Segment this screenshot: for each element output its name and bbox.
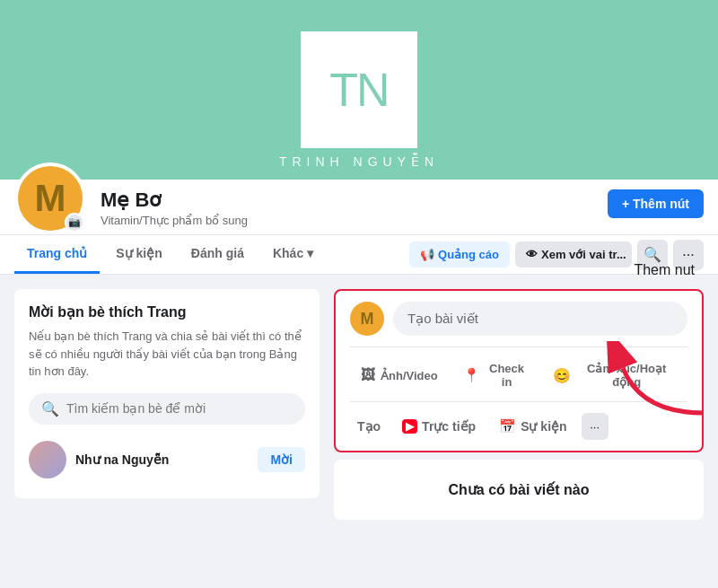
right-content: M Tạo bài viết 🖼 Ảnh/Video 📍 Check in bbox=[334, 289, 704, 520]
profile-section: M 📷 Mẹ Bơ Vitamin/Thực phẩm bổ sung + Th… bbox=[0, 180, 718, 235]
camera-icon[interactable]: 📷 bbox=[65, 213, 84, 233]
tao-button[interactable]: Tạo bbox=[350, 416, 388, 437]
emoji-icon: 😊 bbox=[553, 367, 571, 384]
location-icon: 📍 bbox=[463, 367, 480, 383]
cover-photo: TN TRINH NGUYỄN bbox=[0, 0, 718, 180]
profile-actions: + Thêm nút bbox=[608, 189, 704, 218]
su-kien-button[interactable]: 📅 Sự kiện bbox=[490, 413, 575, 440]
xemvai-button[interactable]: 👁 Xem với vai tr... bbox=[515, 241, 632, 268]
photo-icon: 🖼 bbox=[361, 367, 375, 383]
truc-tiep-button[interactable]: ▶ Trực tiếp bbox=[393, 414, 485, 439]
profile-name: Mẹ Bơ bbox=[101, 189, 608, 212]
tab-khac[interactable]: Khác ▾ bbox=[260, 235, 326, 274]
main-content: Mời bạn bè thích Trang Nếu bạn bè thích … bbox=[0, 275, 718, 544]
more-icon: ··· bbox=[682, 247, 694, 263]
search-friend-icon: 🔍 bbox=[41, 400, 59, 417]
tab-trang-chu[interactable]: Trang chủ bbox=[14, 235, 100, 274]
invite-card: Mời bạn bè thích Trang Nếu bạn bè thích … bbox=[14, 289, 320, 498]
calendar-icon: 📅 bbox=[499, 418, 516, 434]
small-avatar: M bbox=[350, 302, 384, 336]
no-posts-card: Chưa có bài viết nào bbox=[334, 460, 704, 520]
photo-video-button[interactable]: 🖼 Ảnh/Video bbox=[350, 362, 449, 389]
create-post-actions: 🖼 Ảnh/Video 📍 Check in 😊 Cảm xúc/Hoạt độ… bbox=[350, 347, 687, 394]
create-post-button[interactable]: Tạo bài viết bbox=[393, 302, 687, 336]
checkin-button[interactable]: 📍 Check in bbox=[452, 356, 539, 394]
nav-tabs: Trang chủ Sự kiện Đánh giá Khác ▾ 📢 Quản… bbox=[0, 235, 718, 275]
cover-logo-box: TN bbox=[301, 31, 417, 148]
search-friend-input[interactable] bbox=[66, 401, 293, 416]
invite-friend-button[interactable]: Mời bbox=[258, 447, 305, 472]
profile-avatar-wrapper: M 📷 bbox=[14, 162, 86, 234]
friend-suggestion: Như na Nguyễn Mời bbox=[29, 435, 305, 484]
create-post-row2: Tạo ▶ Trực tiếp 📅 Sự kiện ··· bbox=[350, 409, 687, 440]
eye-icon: 👁 bbox=[526, 248, 538, 261]
add-button[interactable]: + Thêm nút bbox=[608, 189, 704, 218]
cover-logo-letters: TN bbox=[329, 66, 388, 113]
create-post-card: M Tạo bài viết 🖼 Ảnh/Video 📍 Check in bbox=[334, 289, 704, 452]
no-posts-text: Chưa có bài viết nào bbox=[355, 481, 682, 498]
create-post-top: M Tạo bài viết bbox=[350, 302, 687, 336]
cover-name-text: TRINH NGUYỄN bbox=[279, 154, 439, 169]
emotion-button[interactable]: 😊 Cảm xúc/Hoạt động bbox=[542, 356, 687, 394]
tab-su-kien[interactable]: Sự kiện bbox=[103, 235, 174, 274]
live-icon: ▶ bbox=[402, 419, 417, 434]
friend-avatar bbox=[29, 441, 66, 478]
friend-name: Như na Nguyễn bbox=[75, 452, 249, 467]
left-sidebar: Mời bạn bè thích Trang Nếu bạn bè thích … bbox=[14, 289, 320, 530]
search-icon: 🔍 bbox=[644, 246, 661, 263]
invite-title: Mời bạn bè thích Trang bbox=[29, 303, 305, 320]
quangcao-button[interactable]: 📢 Quảng cáo bbox=[409, 241, 510, 268]
profile-info: Mẹ Bơ Vitamin/Thực phẩm bổ sung bbox=[101, 180, 608, 234]
invite-desc: Nếu bạn bè thích Trang và chia sẻ bài vi… bbox=[29, 328, 305, 381]
profile-category: Vitamin/Thực phẩm bổ sung bbox=[101, 214, 608, 227]
search-friend-box[interactable]: 🔍 bbox=[29, 393, 305, 425]
them-nut-label: Them nut bbox=[634, 262, 695, 278]
megaphone-icon: 📢 bbox=[420, 248, 434, 261]
more-post-button[interactable]: ··· bbox=[582, 413, 609, 440]
tab-danh-gia[interactable]: Đánh giá bbox=[179, 235, 257, 274]
